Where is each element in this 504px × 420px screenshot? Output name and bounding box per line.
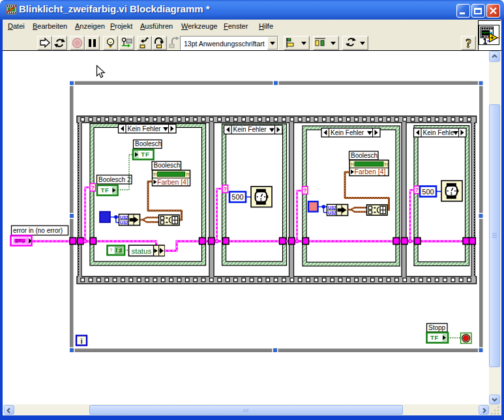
svg-text:?: ? <box>224 186 228 192</box>
svg-text:Stopp: Stopp <box>428 324 446 331</box>
svg-text:?!: ?! <box>185 172 190 177</box>
svg-text:?: ? <box>415 187 419 193</box>
svg-text:i: i <box>80 337 82 345</box>
svg-text:TF: TF <box>141 151 149 158</box>
svg-text:Kein Fehler: Kein Fehler <box>128 125 162 132</box>
svg-text:U32: U32 <box>328 211 336 215</box>
svg-text:?!: ?! <box>350 162 355 167</box>
svg-text:?: ? <box>466 37 471 50</box>
svg-text:U32: U32 <box>120 215 128 220</box>
svg-text:?: ? <box>303 187 307 194</box>
svg-text:Kein Fehler: Kein Fehler <box>331 129 364 136</box>
svg-text:500: 500 <box>231 193 243 201</box>
svg-text:500: 500 <box>422 188 434 196</box>
svg-text:error in (no error): error in (no error) <box>13 227 63 234</box>
svg-text:TF: TF <box>101 187 110 194</box>
svg-text:U32: U32 <box>328 205 336 210</box>
svg-text:?: ? <box>110 248 113 252</box>
svg-text:status: status <box>132 247 152 255</box>
svg-text:F: F <box>117 247 121 254</box>
svg-text:U32: U32 <box>120 220 128 225</box>
svg-text:?: ? <box>91 185 95 191</box>
svg-text:Farben [4]: Farben [4] <box>157 178 188 186</box>
svg-text:Boolesch: Boolesch <box>154 162 181 169</box>
svg-text:?!: ?! <box>384 162 389 167</box>
svg-text:Farben [4]: Farben [4] <box>355 168 386 175</box>
svg-text:Boolesch 2: Boolesch 2 <box>98 176 131 183</box>
svg-text:TF: TF <box>430 334 439 341</box>
svg-text:?!: ?! <box>153 172 157 177</box>
svg-text:Boolesch: Boolesch <box>135 140 162 147</box>
svg-text:Kein Fehler: Kein Fehler <box>233 126 267 133</box>
svg-text:Boolesch: Boolesch <box>351 152 378 159</box>
svg-text:Kein Fehle: Kein Fehle <box>423 129 454 136</box>
